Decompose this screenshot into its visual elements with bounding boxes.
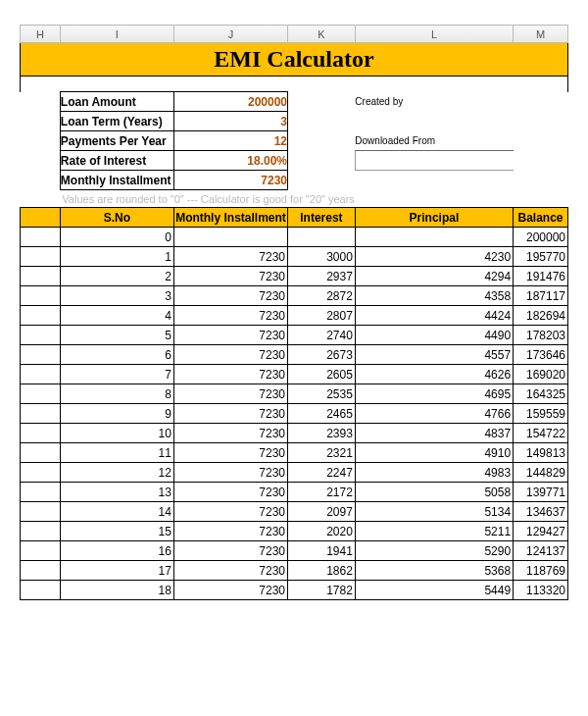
cell-balance[interactable]: 159559: [514, 404, 568, 424]
cell-interest[interactable]: 2937: [288, 267, 356, 286]
cell-sno[interactable]: 7: [60, 365, 173, 384]
cell-installment[interactable]: 7230: [173, 404, 287, 424]
cell-interest[interactable]: 2535: [288, 384, 356, 404]
cell-balance[interactable]: 124137: [514, 541, 568, 561]
col-header-M[interactable]: M: [514, 26, 568, 43]
cell-balance[interactable]: 134637: [514, 502, 568, 522]
table-row[interactable]: 14723020975134134637: [21, 502, 568, 522]
cell-sno[interactable]: 4: [60, 306, 173, 326]
table-row[interactable]: 4723028074424182694: [21, 306, 568, 326]
cell-sno[interactable]: 17: [60, 561, 173, 581]
cell-sno[interactable]: 15: [60, 522, 173, 541]
cell-sno[interactable]: 8: [60, 384, 173, 404]
table-row[interactable]: 0200000: [21, 228, 568, 247]
cell-interest[interactable]: 1862: [288, 561, 356, 581]
loan-amount-value[interactable]: 200000: [173, 92, 287, 112]
cell-installment[interactable]: 7230: [173, 365, 287, 384]
table-row[interactable]: 9723024654766159559: [21, 404, 568, 424]
cell-balance[interactable]: 187117: [514, 286, 568, 306]
cell-interest[interactable]: 2807: [288, 306, 356, 326]
cell-installment[interactable]: 7230: [173, 483, 287, 502]
cell-interest[interactable]: 1941: [288, 541, 356, 561]
cell-principal[interactable]: 5211: [355, 522, 513, 541]
table-row[interactable]: 2723029374294191476: [21, 267, 568, 286]
cell-sno[interactable]: 9: [60, 404, 173, 424]
cell-principal[interactable]: 4695: [355, 384, 513, 404]
cell-interest[interactable]: 3000: [288, 247, 356, 267]
cell-installment[interactable]: 7230: [173, 443, 287, 463]
cell-interest[interactable]: 2740: [288, 326, 356, 345]
cell-interest[interactable]: 2321: [288, 443, 356, 463]
table-row[interactable]: 3723028724358187117: [21, 286, 568, 306]
table-row[interactable]: 11723023214910149813: [21, 443, 568, 463]
cell-installment[interactable]: 7230: [173, 384, 287, 404]
cell-installment[interactable]: 7230: [173, 345, 287, 365]
cell-principal[interactable]: 4557: [355, 345, 513, 365]
cell-installment[interactable]: 7230: [173, 326, 287, 345]
cell-balance[interactable]: 149813: [514, 443, 568, 463]
cell-installment[interactable]: 7230: [173, 581, 287, 600]
cell-principal[interactable]: [355, 228, 513, 247]
cell-interest[interactable]: 2465: [288, 404, 356, 424]
cell-principal[interactable]: 5058: [355, 483, 513, 502]
cell-principal[interactable]: 4837: [355, 424, 513, 443]
cell-principal[interactable]: 5134: [355, 502, 513, 522]
table-row[interactable]: 13723021725058139771: [21, 483, 568, 502]
cell-sno[interactable]: 12: [60, 463, 173, 483]
payments-per-year-value[interactable]: 12: [173, 131, 287, 151]
rate-value[interactable]: 18.00%: [173, 151, 287, 171]
cell-interest[interactable]: 2605: [288, 365, 356, 384]
col-header-L[interactable]: L: [355, 26, 513, 43]
cell-sno[interactable]: 10: [60, 424, 173, 443]
col-header-J[interactable]: J: [173, 26, 287, 43]
cell-balance[interactable]: 129427: [514, 522, 568, 541]
cell-sno[interactable]: 1: [60, 247, 173, 267]
cell-balance[interactable]: 164325: [514, 384, 568, 404]
cell-principal[interactable]: 4294: [355, 267, 513, 286]
cell-balance[interactable]: 113320: [514, 581, 568, 600]
cell-interest[interactable]: 1782: [288, 581, 356, 600]
cell-principal[interactable]: 4424: [355, 306, 513, 326]
cell-interest[interactable]: 2172: [288, 483, 356, 502]
table-row[interactable]: 18723017825449113320: [21, 581, 568, 600]
cell-sno[interactable]: 13: [60, 483, 173, 502]
cell-sno[interactable]: 14: [60, 502, 173, 522]
cell-installment[interactable]: 7230: [173, 522, 287, 541]
table-row[interactable]: 1723030004230195770: [21, 247, 568, 267]
cell-balance[interactable]: 178203: [514, 326, 568, 345]
table-row[interactable]: 12723022474983144829: [21, 463, 568, 483]
cell-balance[interactable]: 200000: [514, 228, 568, 247]
cell-principal[interactable]: 5368: [355, 561, 513, 581]
cell-principal[interactable]: 5290: [355, 541, 513, 561]
cell-balance[interactable]: 154722: [514, 424, 568, 443]
cell-principal[interactable]: 5449: [355, 581, 513, 600]
cell-sno[interactable]: 6: [60, 345, 173, 365]
cell-installment[interactable]: [173, 228, 287, 247]
table-row[interactable]: 17723018625368118769: [21, 561, 568, 581]
cell-interest[interactable]: 2020: [288, 522, 356, 541]
table-row[interactable]: 5723027404490178203: [21, 326, 568, 345]
cell-installment[interactable]: 7230: [173, 424, 287, 443]
table-row[interactable]: 7723026054626169020: [21, 365, 568, 384]
cell-installment[interactable]: 7230: [173, 561, 287, 581]
cell-balance[interactable]: 139771: [514, 483, 568, 502]
cell-principal[interactable]: 4490: [355, 326, 513, 345]
cell-installment[interactable]: 7230: [173, 247, 287, 267]
cell-installment[interactable]: 7230: [173, 502, 287, 522]
table-row[interactable]: 6723026734557173646: [21, 345, 568, 365]
cell-principal[interactable]: 4626: [355, 365, 513, 384]
cell-installment[interactable]: 7230: [173, 267, 287, 286]
cell-balance[interactable]: 182694: [514, 306, 568, 326]
table-row[interactable]: 8723025354695164325: [21, 384, 568, 404]
table-row[interactable]: 16723019415290124137: [21, 541, 568, 561]
col-header-H[interactable]: H: [21, 26, 61, 43]
cell-principal[interactable]: 4910: [355, 443, 513, 463]
cell-sno[interactable]: 11: [60, 443, 173, 463]
column-header-row[interactable]: H I J K L M: [21, 26, 568, 43]
cell-balance[interactable]: 118769: [514, 561, 568, 581]
table-row[interactable]: 15723020205211129427: [21, 522, 568, 541]
cell-sno[interactable]: 5: [60, 326, 173, 345]
cell-interest[interactable]: 2673: [288, 345, 356, 365]
loan-term-value[interactable]: 3: [173, 112, 287, 131]
cell-interest[interactable]: 2247: [288, 463, 356, 483]
